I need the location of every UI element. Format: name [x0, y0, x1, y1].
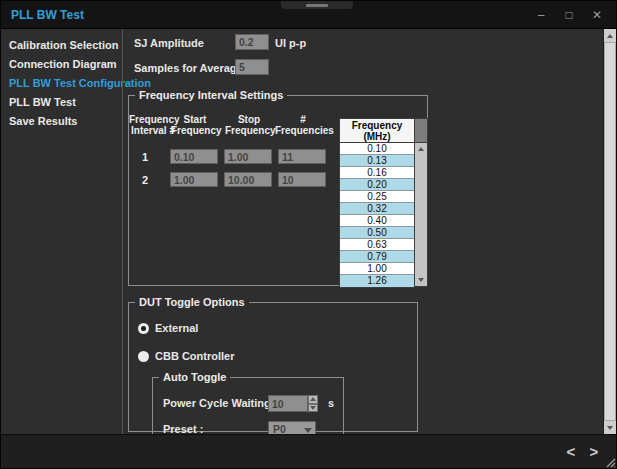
- close-icon: ✕: [592, 8, 602, 22]
- pll-bw-test-window: PLL BW Test – □ ✕ Calibration Selection …: [0, 0, 617, 469]
- power-cycle-waiting-unit: s: [328, 397, 334, 409]
- table-row: 0.50: [340, 227, 414, 239]
- sj-amplitude-unit: UI p-p: [275, 37, 306, 49]
- sidebar: Calibration Selection Connection Diagram…: [1, 29, 122, 434]
- scroll-down-icon[interactable]: [415, 274, 427, 286]
- interval-2-stop-input[interactable]: [224, 172, 272, 187]
- frequency-table-scrollbar[interactable]: [415, 143, 428, 287]
- frequency-table-header: Frequency (MHz): [339, 118, 415, 143]
- frequency-interval-settings-group: Frequency Interval Settings Frequency In…: [128, 89, 428, 286]
- window-controls: – □ ✕: [530, 1, 608, 29]
- table-row: 0.16: [340, 167, 414, 179]
- col-header-stop-frequency: Stop Frequency: [225, 114, 273, 136]
- table-row: 0.13: [340, 155, 414, 167]
- table-row: 0.79: [340, 251, 414, 263]
- sidebar-item-connection-diagram[interactable]: Connection Diagram: [9, 58, 122, 71]
- power-cycle-waiting-input[interactable]: [268, 395, 308, 412]
- spinner-down-button[interactable]: [308, 404, 318, 413]
- table-row: 0.10: [340, 143, 414, 155]
- spinner-up-icon: [310, 397, 316, 401]
- minimize-icon: –: [538, 8, 545, 22]
- external-radio[interactable]: [138, 323, 149, 334]
- maximize-icon: □: [565, 8, 572, 22]
- drag-handle-icon: [306, 4, 328, 7]
- scrollbar-up-button[interactable]: [604, 29, 616, 42]
- sj-amplitude-input[interactable]: [235, 34, 269, 50]
- radio-dot-icon: [141, 326, 146, 331]
- table-row: 0.40: [340, 215, 414, 227]
- scroll-down-icon: [607, 426, 613, 430]
- scrollbar-down-button[interactable]: [604, 421, 616, 434]
- interval-2-start-input[interactable]: [170, 172, 218, 187]
- dut-toggle-options-title: DUT Toggle Options: [135, 296, 249, 308]
- cbb-controller-radio[interactable]: [138, 351, 149, 362]
- power-cycle-waiting-spinner: [268, 395, 318, 412]
- interval-1-count-input[interactable]: [278, 149, 326, 164]
- col-header-start-frequency: Start Frequency: [171, 114, 219, 136]
- table-row: 1.26: [340, 275, 414, 287]
- frequency-table: Frequency (MHz) 0.10 0.13 0.16 0.20 0.25…: [339, 118, 428, 287]
- previous-page-button[interactable]: <: [562, 442, 580, 462]
- power-cycle-waiting-label: Power Cycle Waiting :: [163, 397, 278, 409]
- spinner-down-icon: [310, 406, 316, 410]
- table-row: 0.63: [340, 239, 414, 251]
- interval-1-number: 1: [142, 151, 148, 163]
- bottom-bar: < >: [1, 434, 617, 469]
- interval-1-start-input[interactable]: [170, 149, 218, 164]
- auto-toggle-title: Auto Toggle: [159, 371, 230, 383]
- resize-grip-icon[interactable]: [604, 456, 616, 468]
- interval-2-count-input[interactable]: [278, 172, 326, 187]
- table-row: 0.32: [340, 203, 414, 215]
- samples-for-averaging-input[interactable]: [235, 59, 269, 75]
- scroll-up-icon: [607, 34, 613, 38]
- table-row: 0.25: [340, 191, 414, 203]
- close-button[interactable]: ✕: [586, 5, 608, 25]
- scroll-up-icon[interactable]: [415, 143, 427, 155]
- sidebar-item-pll-bw-test-configuration[interactable]: PLL BW Test Configuration: [9, 77, 122, 90]
- sj-amplitude-label: SJ Amplitude: [134, 37, 204, 49]
- auto-toggle-group: Auto Toggle Power Cycle Waiting : s Pres…: [152, 371, 344, 439]
- scrollbar-thumb[interactable]: [604, 42, 616, 421]
- frequency-table-corner: [415, 118, 428, 143]
- sidebar-item-pll-bw-test[interactable]: PLL BW Test: [9, 96, 122, 109]
- dut-toggle-options-group: DUT Toggle Options External CBB Controll…: [128, 296, 418, 432]
- cbb-controller-radio-label: CBB Controller: [155, 350, 234, 362]
- sidebar-item-calibration-selection[interactable]: Calibration Selection: [9, 39, 122, 52]
- minimize-button[interactable]: –: [530, 5, 552, 25]
- frequency-table-rows: 0.10 0.13 0.16 0.20 0.25 0.32 0.40 0.50 …: [339, 143, 415, 288]
- col-header-num-frequencies: # Frequencies: [275, 114, 331, 136]
- main-panel: SJ Amplitude UI p-p Samples for Averagin…: [123, 29, 603, 434]
- spinner-buttons: [308, 395, 318, 412]
- col-header-frequency-interval: Frequency Interval #: [129, 114, 177, 136]
- chevron-down-icon: [304, 428, 312, 433]
- drag-handle[interactable]: [281, 1, 353, 9]
- spinner-up-button[interactable]: [308, 395, 318, 404]
- frequency-interval-settings-title: Frequency Interval Settings: [135, 89, 287, 101]
- interval-1-stop-input[interactable]: [224, 149, 272, 164]
- window-scrollbar[interactable]: [603, 29, 616, 434]
- table-row: 1.00: [340, 263, 414, 275]
- titlebar: PLL BW Test – □ ✕: [1, 1, 616, 29]
- window-title: PLL BW Test: [11, 8, 84, 22]
- next-page-button[interactable]: >: [585, 442, 603, 462]
- sidebar-item-save-results[interactable]: Save Results: [9, 115, 122, 128]
- interval-2-number: 2: [142, 174, 148, 186]
- table-row: 0.20: [340, 179, 414, 191]
- external-radio-label: External: [155, 322, 198, 334]
- maximize-button[interactable]: □: [558, 5, 580, 25]
